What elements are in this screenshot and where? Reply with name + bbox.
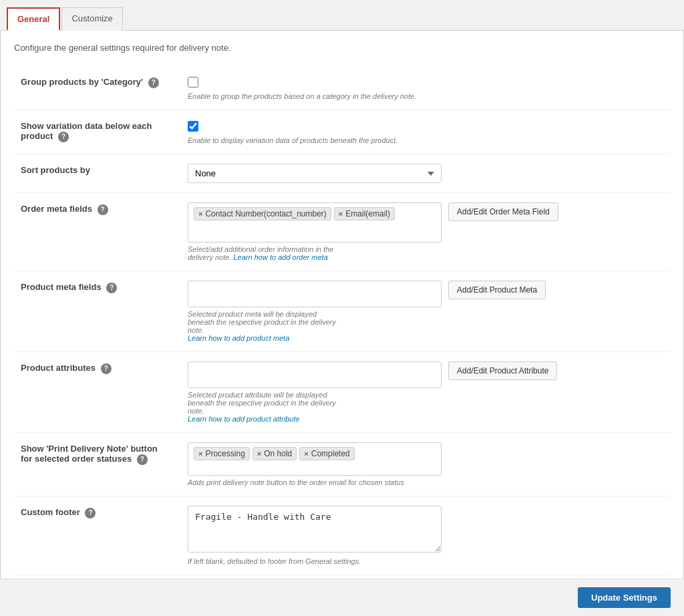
print-delivery-tags-wrapper[interactable]: × Processing × On hold × Completed <box>188 442 442 476</box>
tag-on-hold-label: On hold <box>264 449 292 458</box>
product-meta-input-group: Selected product meta will be displayed … <box>188 281 663 342</box>
product-attributes-label: Product attributes <box>21 363 96 373</box>
product-meta-help-icon[interactable]: ? <box>106 283 117 293</box>
bottom-bar: Update Settings <box>0 579 684 616</box>
product-attributes-help-icon[interactable]: ? <box>101 363 112 374</box>
settings-table: Group products by 'Category' ? Enable to… <box>14 66 670 575</box>
order-meta-input-group: × Contact Number(contact_number) × Email… <box>188 202 663 261</box>
row-product-attributes: Product attributes ? Selected product at… <box>14 352 670 433</box>
tag-completed-label: Completed <box>311 449 350 458</box>
product-meta-tags-wrapper[interactable] <box>188 281 442 307</box>
product-attributes-tags-wrapper[interactable] <box>188 361 442 388</box>
tag-processing: × Processing <box>194 447 250 460</box>
row-show-variation: Show variation data below each product ?… <box>14 110 670 154</box>
tag-processing-label: Processing <box>205 449 244 458</box>
tag-email-label: Email(email) <box>345 209 390 218</box>
row-custom-footer: Custom footer ? Fragile - Handle with Ca… <box>14 496 670 575</box>
product-attributes-link[interactable]: Learn how to add product attribute <box>188 415 300 423</box>
custom-footer-label: Custom footer <box>21 507 80 517</box>
product-attributes-input-group: Selected product attribute will be displ… <box>188 361 663 423</box>
tag-on-hold-remove[interactable]: × <box>257 450 261 458</box>
order-meta-button[interactable]: Add/Edit Order Meta Field <box>448 202 558 221</box>
custom-footer-textarea[interactable]: Fragile - Handle with Care <box>188 506 442 553</box>
custom-footer-help-icon[interactable]: ? <box>85 508 96 518</box>
tag-email: × Email(email) <box>334 207 395 220</box>
print-delivery-help-icon[interactable]: ? <box>137 454 148 465</box>
custom-footer-description: If left blank, defaulted to footer from … <box>188 557 663 565</box>
row-sort-products: Sort products by None Name SKU Price <box>14 154 670 193</box>
print-delivery-description: Adds print delivery note button to the o… <box>188 478 663 486</box>
order-meta-tags-wrapper[interactable]: × Contact Number(contact_number) × Email… <box>188 202 442 243</box>
group-products-label: Group products by 'Category' <box>21 77 143 87</box>
product-attributes-description: Selected product attribute will be displ… <box>188 391 341 423</box>
tag-on-hold: × On hold <box>252 447 297 460</box>
row-order-meta: Order meta fields ? × Contact Number(con… <box>14 193 670 271</box>
product-attributes-button[interactable]: Add/Edit Product Attribute <box>448 361 557 380</box>
update-settings-button[interactable]: Update Settings <box>578 587 671 608</box>
show-variation-description: Enable to display variation data of prod… <box>188 136 663 144</box>
group-products-description: Enable to group the products based on a … <box>188 92 663 100</box>
sort-products-select[interactable]: None Name SKU Price <box>188 164 442 183</box>
row-print-delivery: Show 'Print Delivery Note' button for se… <box>14 433 670 496</box>
tag-completed: × Completed <box>299 447 354 460</box>
tag-contact-number: × Contact Number(contact_number) <box>194 207 331 220</box>
tag-contact-number-label: Contact Number(contact_number) <box>205 209 326 218</box>
group-products-checkbox[interactable] <box>188 77 198 88</box>
product-meta-label: Product meta fields <box>21 282 102 292</box>
row-product-meta: Product meta fields ? Selected product m… <box>14 271 670 352</box>
order-meta-help-icon[interactable]: ? <box>98 204 108 215</box>
tag-processing-remove[interactable]: × <box>198 450 202 458</box>
tab-customize[interactable]: Customize <box>61 7 122 31</box>
product-meta-link[interactable]: Learn how to add product meta <box>188 334 289 342</box>
tab-general[interactable]: General <box>7 7 60 31</box>
show-variation-help-icon[interactable]: ? <box>58 132 69 142</box>
product-meta-description: Selected product meta will be displayed … <box>188 310 341 342</box>
row-group-products: Group products by 'Category' ? Enable to… <box>14 66 670 110</box>
order-meta-link[interactable]: Learn how to add order meta <box>234 253 328 261</box>
content-area: Configure the general settings required … <box>0 31 684 616</box>
show-variation-label: Show variation data below each product <box>21 121 152 141</box>
tag-contact-number-remove[interactable]: × <box>198 210 202 218</box>
tag-completed-remove[interactable]: × <box>304 450 308 458</box>
group-products-help-icon[interactable]: ? <box>148 78 159 88</box>
page-wrapper: General Customize Configure the general … <box>0 0 684 616</box>
tabs-bar: General Customize <box>0 0 684 31</box>
order-meta-label: Order meta fields <box>21 204 92 214</box>
section-description: Configure the general settings required … <box>14 43 670 53</box>
order-meta-description: Select/add additional order information … <box>188 245 341 261</box>
product-meta-button[interactable]: Add/Edit Product Meta <box>448 281 546 299</box>
tag-email-remove[interactable]: × <box>339 210 343 218</box>
sort-products-label: Sort products by <box>21 165 90 175</box>
show-variation-checkbox[interactable] <box>188 121 198 132</box>
